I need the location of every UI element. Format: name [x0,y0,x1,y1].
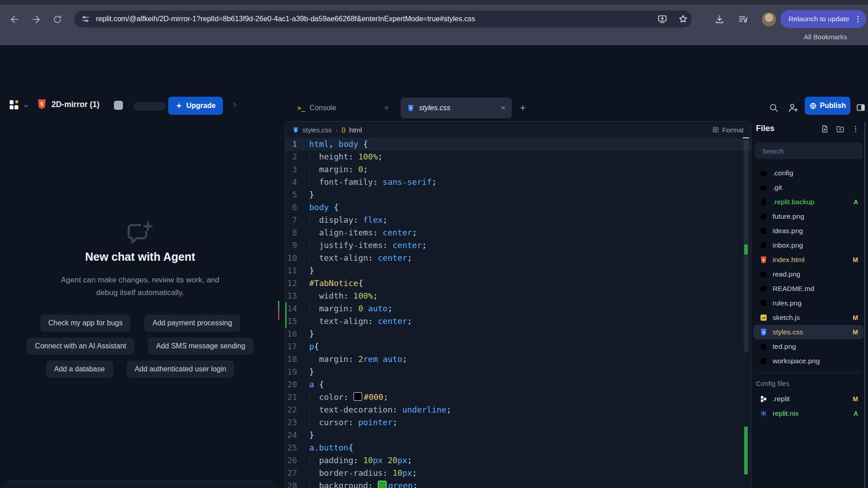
code-line[interactable]: 2 height: 100%; [285,150,751,163]
code-line[interactable]: 15 text-align: center; [285,315,751,328]
bookmark-star-icon[interactable] [678,14,688,24]
code-line[interactable]: 1html, body { [285,138,751,150]
agent-suggestion-button[interactable]: Connect with an AI Assistant [27,338,134,355]
relaunch-to-update-button[interactable]: Relaunch to update [780,10,866,28]
tab-console[interactable]: >_ Console × [291,98,395,118]
code-line[interactable]: 18 margin: 2rem auto; [285,353,751,366]
code-line[interactable]: 14 margin: 0 auto; [285,302,751,315]
line-number: 8 [285,226,297,239]
code-line[interactable]: 4 font-family: sans-serif; [285,176,751,188]
files-panel-actions [821,125,860,133]
replit-icon [760,395,768,403]
workspace-menu-chevron-icon[interactable] [23,103,29,109]
file-name: inbox.png [773,241,803,249]
code-line[interactable]: 24} [285,429,751,441]
tab-styles-css[interactable]: 3 styles.css × [401,98,512,118]
address-bar[interactable]: replit.com/@alfkeih/2D-mirror-1?replId=8… [74,10,692,28]
files-search-input[interactable]: Search [755,143,863,159]
file-item-rules.png[interactable]: rules.png [753,296,863,310]
code-line[interactable]: 13 width: 100%; [285,290,751,302]
line-number: 4 [285,176,297,188]
url-text[interactable]: replit.com/@alfkeih/2D-mirror-1?replId=8… [96,10,475,28]
js-icon: JS [760,314,768,322]
code-line[interactable]: 26 padding: 10px 20px; [285,454,751,467]
file-item-index.html[interactable]: 5index.htmlM [753,253,863,267]
line-number: 24 [285,429,297,441]
code-line[interactable]: 20a { [285,378,751,391]
media-controls-icon[interactable] [738,14,748,24]
code-line[interactable]: 28 background: green; [285,479,751,488]
code-line[interactable]: 5} [285,188,751,201]
close-console-tab-icon[interactable]: × [384,103,389,113]
nix-icon [760,409,768,418]
reload-icon[interactable] [52,14,62,24]
all-bookmarks-label[interactable]: All Bookmarks [804,29,847,45]
code-line[interactable]: 25a.button{ [285,441,751,454]
code-line[interactable]: 3 margin: 0; [285,163,751,176]
file-item-.replit.backup[interactable]: .replit.backupA [753,195,863,209]
line-number: 22 [285,404,297,416]
line-number: 27 [285,467,297,479]
agent-heading: New chat with Agent [0,250,280,263]
file-item-ideas.png[interactable]: ideas.png [753,224,863,238]
upgrade-button[interactable]: Upgrade [168,97,223,115]
code-line[interactable]: 16} [285,328,751,340]
downloads-icon[interactable] [714,14,725,24]
file-item-workspace.png[interactable]: workspace.png [753,354,863,368]
forward-icon[interactable] [31,14,42,25]
file-item-.git[interactable]: .git [753,180,863,195]
new-tab-button[interactable]: + [520,102,526,114]
breadcrumb-file[interactable]: styles.css [302,126,332,134]
agent-prompt-box[interactable]: Make, test, iterate... Build [5,481,276,488]
new-file-icon[interactable] [821,125,829,133]
replit-logo-icon[interactable] [8,99,20,111]
project-title[interactable]: 2D-mirror (1) [52,100,99,109]
stop-button[interactable] [114,101,123,110]
agent-suggestion-button[interactable]: Add payment processing [144,314,240,332]
code-line[interactable]: 23 cursor: pointer; [285,416,751,429]
file-item-replit.nix[interactable]: replit.nixA [753,406,863,421]
code-line[interactable]: 17p{ [285,340,751,353]
code-line[interactable]: 8 align-items: center; [285,226,751,239]
code-line[interactable]: 7 display: flex; [285,214,751,226]
code-lines[interactable]: 1html, body {2 height: 100%;3 margin: 0;… [285,138,751,488]
code-line[interactable]: 12#TabNotice{ [285,277,751,290]
file-item-.replit[interactable]: .replitM [753,392,863,406]
file-item-.config[interactable]: .config [753,166,863,180]
files-menu-icon[interactable] [851,125,860,133]
file-item-README.md[interactable]: README.md [753,282,863,296]
close-styles-tab-icon[interactable]: × [501,103,505,113]
browser-toolbar: replit.com/@alfkeih/2D-mirror-1?replId=8… [0,5,868,29]
browser-menu-icon[interactable] [854,14,863,23]
svg-text:5: 5 [41,102,43,107]
code-line[interactable]: 11} [285,264,751,277]
format-button[interactable]: Format [712,126,744,134]
code-line[interactable]: 27 border-radius: 10px; [285,467,751,479]
file-item-read.png[interactable]: read.png [753,267,863,282]
breadcrumb-node[interactable]: html [349,126,362,134]
files-divider [755,372,862,373]
agent-suggestion-button[interactable]: Check my app for bugs [40,314,131,332]
code-line[interactable]: 10 text-align: center; [285,252,751,264]
agent-suggestion-button[interactable]: Add a database [46,361,113,378]
file-item-future.png[interactable]: future.png [753,209,863,224]
code-line[interactable]: 9 justify-items: center; [285,239,751,252]
site-settings-icon[interactable] [81,14,90,23]
code-line[interactable]: 6body { [285,201,751,214]
file-item-ted.png[interactable]: ted.png [753,339,863,354]
code-line[interactable]: 22 text-decoration: underline; [285,404,751,416]
agent-suggestion-button[interactable]: Add authenticated user login [127,361,235,378]
install-app-icon[interactable] [657,14,667,24]
back-icon[interactable] [9,14,20,25]
file-item-styles.css[interactable]: 3styles.cssM [753,325,863,339]
code-line[interactable]: 19} [285,366,751,378]
file-item-inbox.png[interactable]: inbox.png [753,238,863,253]
agent-suggestion-button[interactable]: Add SMS message sending [148,338,253,355]
files-scrollbar[interactable] [864,122,865,488]
new-folder-icon[interactable] [836,125,844,133]
header-expand-chevron-icon[interactable] [231,101,239,109]
code-editor[interactable]: 3 styles.css › {} html Format 1html, bod… [285,121,751,488]
file-item-sketch.js[interactable]: JSsketch.jsM [753,310,863,325]
profile-avatar[interactable] [761,12,777,27]
code-line[interactable]: 21 color: #000; [285,391,751,404]
